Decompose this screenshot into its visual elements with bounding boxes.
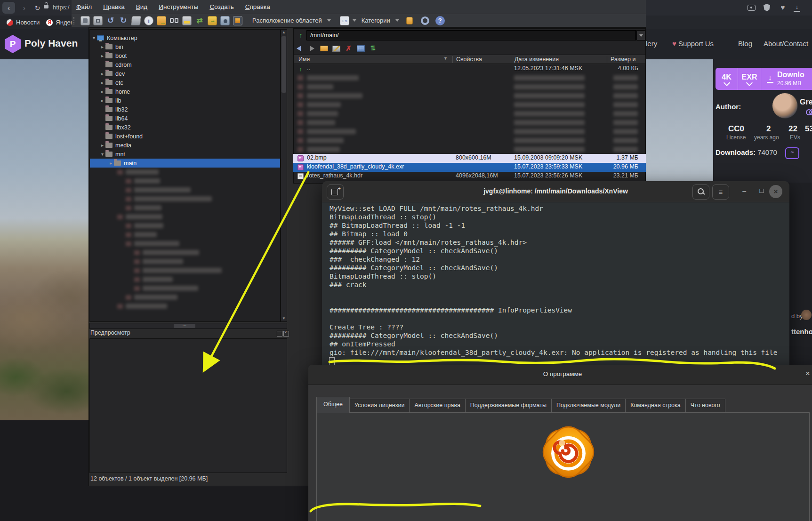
about-tab[interactable]: Подключаемые модули (551, 399, 626, 413)
camera-icon[interactable] (748, 5, 756, 11)
tree-item[interactable]: ▸ etc (90, 78, 280, 87)
close-icon[interactable]: × (805, 369, 810, 378)
tree-item-blurred[interactable] (90, 185, 280, 194)
tree-item-blurred[interactable] (90, 293, 280, 302)
nav-support-us[interactable]: ♥ Support Us (672, 40, 714, 48)
tree-item-blurred[interactable] (90, 302, 280, 311)
column-size[interactable]: Размер и (611, 56, 635, 63)
file-row-blurred[interactable] (293, 100, 646, 109)
browser-back-button[interactable]: ‹ (2, 2, 15, 14)
tree-expander[interactable]: ▾ (99, 152, 105, 157)
tree-item[interactable]: lost+found (90, 132, 280, 141)
tree-item[interactable]: ▸ lib (90, 96, 280, 105)
tree-item-blurred[interactable] (90, 176, 280, 185)
tree-item[interactable]: ▾ mnt (90, 150, 280, 159)
categories-dropdown[interactable]: Категории (362, 17, 390, 24)
tree-item-blurred[interactable] (90, 284, 280, 293)
tree-item-blurred[interactable] (90, 212, 280, 221)
column-separator[interactable] (511, 56, 511, 63)
file-row[interactable]: 02.bmp 800x600,16M 15.09.2003 09:09:20 M… (293, 154, 646, 163)
file-row-blurred[interactable] (293, 73, 646, 82)
file-row-blurred[interactable] (293, 118, 646, 127)
nav-button[interactable] (308, 44, 316, 52)
author-avatar[interactable] (772, 93, 798, 119)
menu-item[interactable]: Вид (136, 3, 147, 10)
tree-expander[interactable]: ▸ (99, 98, 105, 103)
scroll-down-icon[interactable]: ▼ (281, 316, 287, 321)
menu-item[interactable]: Инструменты (159, 3, 198, 10)
scroll-up-icon[interactable]: ▲ (281, 30, 287, 35)
go-up-icon[interactable]: ↑ (297, 31, 305, 40)
browser-forward-button[interactable]: › (18, 2, 31, 14)
column-separator[interactable] (452, 56, 453, 63)
tree-item-blurred[interactable] (90, 266, 280, 275)
nav-button[interactable] (296, 44, 304, 52)
toolbar-button[interactable] (233, 16, 242, 25)
layout-dropdown[interactable]: Расположение областей (252, 17, 322, 24)
terminal-body[interactable]: MyView::set LOAD FULL /mnt/main/rotes_ra… (322, 202, 789, 369)
close-button[interactable]: × (769, 185, 782, 198)
toolbar-button[interactable] (182, 16, 192, 25)
nav-button[interactable]: ✗ (345, 44, 353, 52)
nav-button[interactable] (320, 45, 328, 51)
stat-label[interactable]: EVs (790, 134, 800, 141)
toolbar-grip[interactable] (73, 17, 76, 24)
column-props[interactable]: Свойства (456, 56, 482, 63)
author-name[interactable]: Greg (800, 98, 812, 106)
menu-item[interactable]: Создать (209, 3, 233, 10)
tree-horizontal-scrollbar[interactable]: ⋯ (89, 323, 287, 329)
about-tab[interactable]: Командная строка (625, 399, 686, 413)
scrollbar-thumb[interactable]: ⋯ (174, 324, 195, 328)
file-row-blurred[interactable] (293, 82, 646, 91)
gear-icon[interactable] (421, 16, 429, 25)
file-row-blurred[interactable] (293, 145, 646, 154)
toolbar-button[interactable] (131, 16, 141, 25)
address-bar[interactable]: https:/ (53, 4, 69, 11)
tree-expander[interactable]: ▸ (99, 44, 105, 49)
tree-expander[interactable]: ▸ (99, 53, 105, 58)
file-row-blurred[interactable] (293, 127, 646, 136)
menu-item[interactable]: Справка (245, 3, 270, 10)
path-input[interactable]: /mnt/main/ (306, 30, 636, 40)
tree-item-blurred[interactable] (90, 168, 280, 176)
toolbar-button[interactable] (157, 16, 166, 25)
tree-item[interactable]: cdrom (90, 60, 280, 69)
panes-icon[interactable] (340, 16, 349, 25)
about-tab[interactable]: Что нового (685, 399, 725, 413)
tree-expander[interactable]: ▸ (108, 160, 114, 166)
preview-detach-icon[interactable] (277, 331, 282, 337)
about-tab[interactable]: Условия лицензии (349, 399, 410, 413)
toolbar-button[interactable] (169, 16, 179, 25)
tree-scrollbar[interactable]: ▲ ▼ (281, 29, 287, 322)
downloads-chart-button[interactable]: ~ (785, 147, 799, 159)
tree-item[interactable]: ▸ bin (90, 42, 280, 51)
tree-expander[interactable]: ▸ (99, 71, 105, 76)
sort-indicator-icon[interactable]: ▼ (443, 56, 448, 61)
scrollbar-thumb[interactable] (281, 36, 286, 93)
polyhaven-brand[interactable]: Poly Haven (24, 38, 78, 49)
about-tab[interactable]: Авторские права (409, 399, 465, 413)
nav-button[interactable] (357, 45, 365, 52)
browser-reload-button[interactable]: ↻ (31, 2, 44, 14)
tree-item-blurred[interactable] (90, 257, 280, 266)
menu-item[interactable]: Файл (76, 3, 92, 10)
file-row[interactable]: rotes_rathaus_4k.hdr 4096x2048,16M 15.07… (293, 172, 646, 181)
file-row-blurred[interactable] (293, 109, 646, 118)
stat-label[interactable]: years ago (754, 134, 779, 141)
toolbar-button[interactable] (93, 16, 103, 25)
toolbar-button[interactable]: ⇄ (195, 16, 204, 25)
format-select[interactable]: EXR (738, 68, 761, 90)
tree-item[interactable]: ▸ dev (90, 69, 280, 78)
file-row-blurred[interactable] (293, 136, 646, 145)
about-tab[interactable]: Общее (316, 397, 350, 413)
tree-item[interactable]: ▸ boot (90, 51, 280, 60)
column-separator[interactable] (607, 56, 607, 63)
tree-item[interactable]: libx32 (90, 123, 280, 132)
file-row-blurred[interactable] (293, 91, 646, 100)
tree-item[interactable]: lib64 (90, 114, 280, 123)
maximize-button[interactable]: □ (760, 187, 764, 194)
about-tab[interactable]: Поддерживаемые форматы (465, 399, 552, 413)
bookmark-item[interactable]: Новости (7, 19, 40, 26)
tree-item-blurred[interactable] (90, 248, 280, 257)
path-dropdown-button[interactable] (636, 30, 645, 40)
